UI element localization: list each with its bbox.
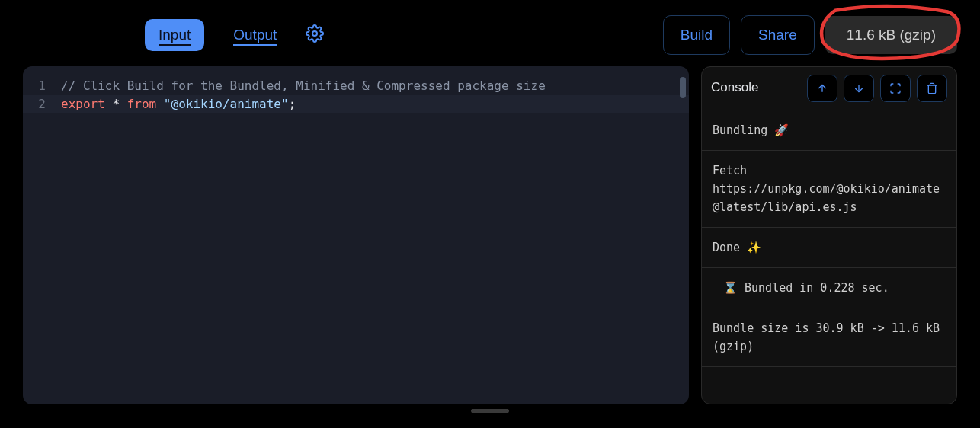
- code-keyword: export: [61, 97, 105, 111]
- tab-input[interactable]: Input: [145, 19, 204, 51]
- console-entry: Done ✨: [702, 228, 956, 268]
- expand-button[interactable]: [880, 75, 911, 102]
- resize-handle[interactable]: [471, 409, 509, 413]
- console-entry: Bundling 🚀: [702, 110, 956, 151]
- build-button[interactable]: Build: [663, 15, 730, 55]
- toolbar: Input Output Build Share 11.6 kB (gzip): [23, 15, 957, 66]
- scroll-down-button[interactable]: [844, 75, 874, 102]
- bundle-size-text: 11.6 kB (gzip): [847, 27, 936, 43]
- tab-output[interactable]: Output: [219, 19, 290, 51]
- code-keyword: from: [127, 97, 157, 111]
- console-header: Console: [702, 67, 956, 110]
- console-entry: Fetch https://unpkg.com/@okikio/animate@…: [702, 151, 956, 228]
- scroll-up-button[interactable]: [807, 75, 837, 102]
- editor-line: 2 export * from "@okikio/animate";: [23, 95, 689, 113]
- tab-input-label: Input: [159, 27, 191, 46]
- line-number: 1: [23, 77, 61, 95]
- clear-button[interactable]: [917, 75, 947, 102]
- editor-scrollbar[interactable]: [680, 77, 686, 98]
- editor-line: 1 // Click Build for the Bundled, Minifi…: [23, 77, 689, 95]
- svg-point-0: [312, 31, 317, 36]
- share-button[interactable]: Share: [741, 15, 815, 55]
- code-string: "@okikio/animate": [156, 97, 288, 111]
- code-comment: // Click Build for the Bundled, Minified…: [61, 78, 546, 93]
- console-fetch-label: Fetch: [713, 161, 946, 180]
- settings-icon[interactable]: [306, 24, 324, 46]
- line-number: 2: [23, 95, 61, 113]
- console-fetch-url: https://unpkg.com/@okikio/animate@latest…: [713, 180, 946, 216]
- console-entry: Bundle size is 30.9 kB -> 11.6 kB (gzip): [702, 308, 956, 367]
- code-editor[interactable]: 1 // Click Build for the Bundled, Minifi…: [23, 66, 689, 404]
- console-panel: Console Bundling 🚀: [701, 66, 957, 404]
- console-body[interactable]: Bundling 🚀 Fetch https://unpkg.com/@okik…: [702, 110, 956, 404]
- console-title: Console: [711, 80, 758, 97]
- console-entry: ⌛ Bundled in 0.228 sec.: [702, 268, 956, 308]
- bundle-size-badge: 11.6 kB (gzip): [825, 16, 957, 54]
- tab-output-label: Output: [233, 27, 277, 46]
